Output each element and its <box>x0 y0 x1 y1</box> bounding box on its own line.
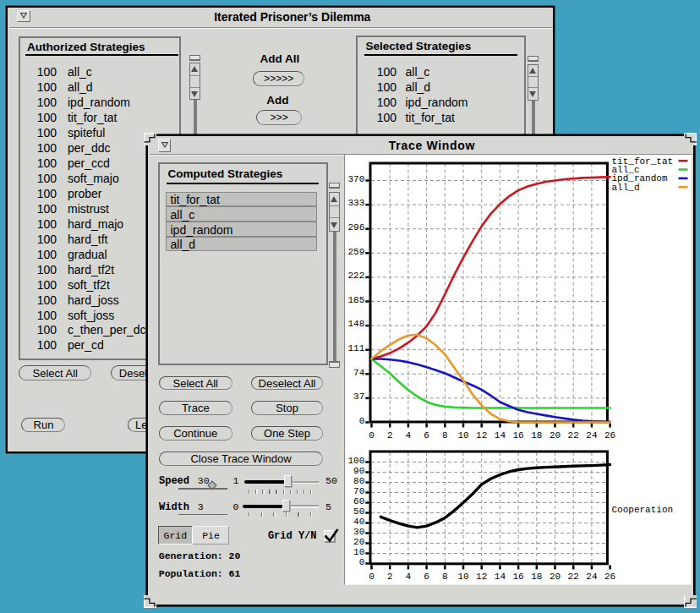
svg-text:70: 70 <box>353 486 364 496</box>
svg-text:111: 111 <box>347 343 364 353</box>
svg-text:333: 333 <box>347 199 364 209</box>
svg-text:24: 24 <box>586 572 598 582</box>
svg-text:222: 222 <box>347 271 364 282</box>
svg-text:18: 18 <box>531 572 542 582</box>
svg-text:12: 12 <box>476 430 487 441</box>
svg-text:10: 10 <box>353 547 364 557</box>
svg-text:20: 20 <box>353 537 364 547</box>
svg-text:148: 148 <box>347 320 364 330</box>
svg-text:37: 37 <box>353 392 364 402</box>
svg-text:74: 74 <box>353 368 365 378</box>
svg-text:259: 259 <box>347 247 364 257</box>
svg-text:16: 16 <box>512 572 523 582</box>
svg-text:296: 296 <box>347 222 364 233</box>
svg-text:2: 2 <box>386 572 392 582</box>
svg-text:185: 185 <box>347 295 364 305</box>
svg-text:8: 8 <box>441 430 447 441</box>
svg-text:18: 18 <box>531 430 542 441</box>
svg-text:370: 370 <box>347 174 364 184</box>
svg-text:100: 100 <box>347 456 364 466</box>
svg-text:40: 40 <box>353 517 364 527</box>
svg-text:26: 26 <box>604 572 615 582</box>
svg-text:20: 20 <box>549 430 560 441</box>
svg-text:0: 0 <box>358 416 364 426</box>
svg-text:12: 12 <box>476 572 487 582</box>
svg-text:all_d: all_d <box>611 183 639 193</box>
svg-text:2: 2 <box>386 430 392 441</box>
svg-text:24: 24 <box>586 430 598 441</box>
svg-text:60: 60 <box>353 496 364 506</box>
svg-text:90: 90 <box>353 466 364 476</box>
svg-text:30: 30 <box>353 527 364 537</box>
svg-text:0: 0 <box>369 430 375 441</box>
svg-text:6: 6 <box>424 572 429 582</box>
svg-text:6: 6 <box>424 430 429 441</box>
svg-text:50: 50 <box>353 506 364 517</box>
svg-text:0: 0 <box>369 572 375 582</box>
svg-text:14: 14 <box>494 572 506 582</box>
svg-text:10: 10 <box>457 430 468 441</box>
svg-text:26: 26 <box>604 430 615 441</box>
svg-text:4: 4 <box>405 572 411 582</box>
svg-text:80: 80 <box>353 476 364 486</box>
svg-text:10: 10 <box>457 572 468 582</box>
svg-text:8: 8 <box>441 572 447 582</box>
svg-text:Cooperation: Cooperation <box>611 505 673 515</box>
svg-text:20: 20 <box>549 572 560 582</box>
svg-text:16: 16 <box>512 430 523 441</box>
svg-text:4: 4 <box>405 430 411 441</box>
svg-text:14: 14 <box>494 430 506 441</box>
svg-text:22: 22 <box>567 572 578 582</box>
svg-text:0: 0 <box>358 557 364 567</box>
svg-text:22: 22 <box>567 430 578 441</box>
